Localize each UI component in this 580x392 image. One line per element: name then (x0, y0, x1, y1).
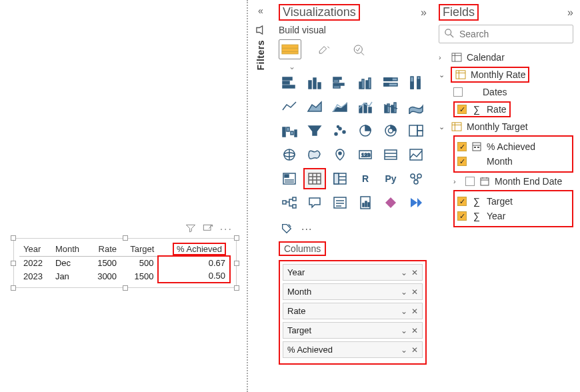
field-target[interactable]: ∑ Target (457, 194, 569, 209)
waterfall-icon[interactable] (279, 121, 300, 141)
report-canvas[interactable]: ··· Year Month Rate Target % Ach (0, 0, 247, 392)
table-icon[interactable] (304, 169, 325, 189)
filled-map-icon[interactable] (304, 145, 325, 165)
bookmark-icon[interactable] (255, 25, 267, 35)
stacked-area-icon[interactable] (329, 97, 351, 117)
analytics-tab[interactable] (348, 39, 371, 59)
field-well-achieved[interactable]: % Achieved ⌄✕ (283, 341, 423, 358)
build-visual-tab[interactable] (279, 39, 301, 59)
resize-handle[interactable] (234, 235, 239, 241)
map-icon[interactable] (279, 145, 300, 165)
table-monthly-target[interactable]: ⌄ Monthly Target (439, 119, 573, 134)
remove-field-icon[interactable]: ✕ (411, 326, 418, 335)
field-month-end-date[interactable]: › Month End Date (453, 174, 573, 189)
fields-search[interactable] (439, 25, 573, 43)
resize-handle[interactable] (234, 261, 239, 266)
field-year[interactable]: ∑ Year (457, 209, 569, 223)
more-visuals-icon[interactable]: ··· (301, 223, 312, 235)
treemap-icon[interactable] (405, 121, 427, 141)
format-visual-tab[interactable] (313, 39, 336, 59)
gauge-icon[interactable]: 123 (355, 145, 376, 165)
hundred-stacked-column-icon[interactable] (405, 73, 427, 93)
kpi-icon[interactable] (405, 145, 427, 165)
collapse-viz-panel-icon[interactable]: » (421, 7, 427, 19)
field-rate[interactable]: ∑ Rate (453, 99, 573, 119)
field-dates[interactable]: Dates (453, 85, 573, 99)
col-target-header[interactable]: Target (121, 243, 158, 256)
chevron-down-icon[interactable]: ⌄ (401, 307, 407, 316)
col-year-header[interactable]: Year (19, 243, 51, 256)
chevron-down-icon[interactable]: ⌄ (401, 345, 407, 355)
field-checkbox[interactable] (465, 177, 475, 186)
remove-field-icon[interactable]: ✕ (411, 287, 418, 297)
smart-narrative-icon[interactable] (329, 193, 351, 213)
clustered-bar-icon[interactable] (329, 73, 351, 93)
resize-handle[interactable] (11, 261, 16, 266)
chevron-down-icon[interactable]: ⌄ (439, 71, 447, 79)
power-apps-icon[interactable] (380, 193, 401, 213)
scatter-icon[interactable] (329, 121, 351, 141)
line-clustered-column-icon[interactable] (380, 97, 401, 117)
field-checkbox[interactable] (457, 142, 467, 151)
matrix-icon[interactable] (329, 169, 351, 189)
filter-icon[interactable] (185, 223, 196, 235)
search-input[interactable] (458, 28, 567, 40)
col-rate-header[interactable]: Rate (89, 243, 121, 256)
stacked-column-icon[interactable] (304, 73, 325, 93)
funnel-icon[interactable] (304, 121, 325, 141)
line-chart-icon[interactable] (279, 97, 300, 117)
field-checkbox[interactable] (457, 211, 467, 221)
line-stacked-column-icon[interactable] (355, 97, 376, 117)
table-calendar[interactable]: › Calendar (439, 50, 573, 65)
resize-handle[interactable] (123, 285, 128, 291)
table-visual[interactable]: Year Month Rate Target % Achieved 2022 D… (13, 238, 237, 288)
field-well-rate[interactable]: Rate ⌄✕ (283, 303, 423, 319)
chevron-down-icon[interactable]: ⌄ (401, 326, 407, 335)
field-well-year[interactable]: Year ⌄✕ (283, 264, 423, 281)
remove-field-icon[interactable]: ✕ (411, 345, 418, 355)
python-visual-icon[interactable]: Py (380, 169, 401, 189)
get-more-visuals-icon[interactable] (280, 222, 293, 236)
panel-divider[interactable] (247, 0, 248, 392)
col-achieved-header[interactable]: % Achieved (158, 243, 230, 256)
collapse-fields-panel-icon[interactable]: » (567, 7, 573, 19)
hundred-stacked-bar-icon[interactable] (380, 73, 401, 93)
remove-field-icon[interactable]: ✕ (411, 307, 418, 316)
field-well-target[interactable]: Target ⌄✕ (283, 322, 423, 339)
chevron-down-icon[interactable]: ⌄ (401, 287, 407, 297)
col-month-header[interactable]: Month (51, 243, 89, 256)
resize-handle[interactable] (11, 235, 16, 241)
field-month[interactable]: Month (457, 154, 569, 169)
more-options-icon[interactable]: ··· (220, 223, 233, 235)
field-well-month[interactable]: Month ⌄✕ (283, 283, 423, 300)
field-checkbox[interactable] (457, 197, 467, 206)
field-pct-achieved[interactable]: % Achieved (457, 139, 569, 154)
remove-field-icon[interactable]: ✕ (411, 268, 418, 277)
chevron-right-icon[interactable]: › (439, 53, 447, 61)
resize-handle[interactable] (123, 235, 128, 241)
paginated-report-icon[interactable] (355, 193, 376, 213)
pie-icon[interactable] (355, 121, 376, 141)
resize-handle[interactable] (234, 285, 239, 291)
azure-map-icon[interactable] (329, 145, 351, 165)
resize-handle[interactable] (11, 285, 16, 291)
clustered-column-icon[interactable] (355, 73, 376, 93)
card-icon[interactable] (380, 145, 401, 165)
r-visual-icon[interactable]: R (355, 169, 376, 189)
filters-pane-collapsed[interactable]: « Filters (253, 0, 268, 392)
chevron-down-icon[interactable]: ⌄ (401, 268, 407, 277)
table-monthly-rate[interactable]: ⌄ Monthly Rate (439, 65, 573, 85)
power-automate-icon[interactable] (405, 193, 427, 213)
table-visual-host[interactable]: ··· Year Month Rate Target % Ach (13, 223, 237, 288)
focus-mode-icon[interactable] (203, 223, 213, 235)
slicer-icon[interactable] (279, 169, 300, 189)
field-checkbox[interactable] (457, 157, 467, 166)
area-chart-icon[interactable] (304, 97, 325, 117)
chevron-right-icon[interactable]: › (453, 177, 461, 185)
field-checkbox[interactable] (453, 87, 463, 97)
ribbon-chart-icon[interactable] (405, 97, 427, 117)
field-checkbox[interactable] (457, 105, 467, 114)
expand-filters-icon[interactable]: « (258, 5, 263, 16)
key-influencers-icon[interactable] (405, 169, 427, 189)
qa-visual-icon[interactable] (304, 193, 325, 213)
